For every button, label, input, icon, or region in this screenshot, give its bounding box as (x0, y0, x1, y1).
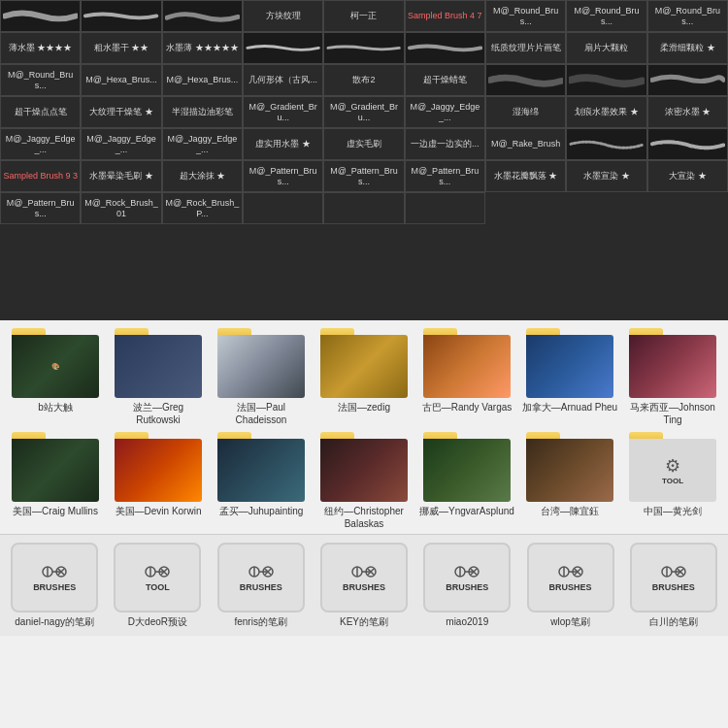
brush-label-chaoganzhao[interactable]: 超干燥蜡笔 (405, 64, 485, 96)
brush-label-xushi[interactable]: 虚实用水墨 ★ (243, 128, 323, 160)
folder-zedig[interactable]: 法国—zedig (313, 328, 415, 426)
brush-label-m-round3[interactable]: M@_Round_Brus... (647, 0, 728, 32)
folder-huangguangjian[interactable]: ⚙ TOOL 中国—黄光剑 (621, 432, 724, 530)
folder-juhu[interactable]: 孟买—Juhupainting (210, 432, 313, 530)
brush-label-m-gradient1[interactable]: M@_Gradient_Bru... (243, 96, 323, 128)
brush-label-chaogan[interactable]: 超干燥点点笔 (0, 96, 81, 128)
brush-label-m-pattern3[interactable]: M@_Pattern_Brus... (405, 160, 485, 192)
brush-label-m-round2[interactable]: M@_Round_Brus... (566, 0, 646, 32)
brush-label-sanbu[interactable]: 散布2 (323, 64, 404, 96)
brushes-item-miao[interactable]: BRUSHES miao2019 (416, 543, 517, 628)
brush-label-daXuan[interactable]: 大宣染 ★ (647, 160, 728, 192)
brush-label-m-jaggy4[interactable]: M@_Jaggy_Edge_... (162, 128, 243, 160)
folder-craig[interactable]: 美国—Craig Mullins (4, 432, 107, 530)
brush-label-m-jaggy2[interactable]: M@_Jaggy_Edge_... (0, 128, 81, 160)
brush-label-m-pattern4[interactable]: M@_Pattern_Brus... (0, 192, 81, 224)
brush-preview-r5c3[interactable] (647, 64, 728, 96)
brush-label-m-gradient2[interactable]: M@_Gradient_Bru... (323, 96, 404, 128)
brush-label-m-pattern2[interactable]: M@_Pattern_Brus... (323, 160, 404, 192)
brush-label-jihe[interactable]: 几何形体（古风... (243, 64, 323, 96)
brush-label-empty3 (405, 192, 485, 224)
brush-label-rake[interactable]: M@_Rake_Brush (485, 128, 566, 160)
folder-arnuad[interactable]: 加拿大—Arnuad Pheu (518, 328, 621, 426)
brush-label-m-hexa2[interactable]: M@_Hexa_Brus... (162, 64, 243, 96)
brush-label-kezheng[interactable]: 柯一正 (323, 0, 404, 32)
brush-label-m-jaggy1[interactable]: M@_Jaggy_Edge_... (405, 96, 485, 128)
folder-greg[interactable]: 波兰—Greg Rutkowski (107, 328, 210, 426)
folder-row-2: 美国—Craig Mullins 美国—Devin Korwin 孟买—Juhu… (0, 430, 728, 534)
brush-preview-r3c3[interactable] (405, 32, 485, 64)
brush-label-m-hexa1[interactable]: M@_Hexa_Brus... (81, 64, 161, 96)
brush-label-m-round4[interactable]: M@_Round_Brus... (0, 64, 81, 96)
brush-label-m-round1[interactable]: M@_Round_Brus... (485, 0, 566, 32)
brush-label-m-jaggy3[interactable]: M@_Jaggy_Edge_... (81, 128, 161, 160)
brushes-icon-miao: BRUSHES (423, 543, 511, 612)
brushes-item-d-tool[interactable]: TOOL D大deoR预设 (107, 543, 208, 628)
brush-label-soft[interactable]: 柔滑细颗粒 ★ (647, 32, 728, 64)
folder-row-1: 🎨 b站大触 波兰—Greg Rutkowski 法国—Paul Chadeis… (0, 320, 728, 430)
brushes-section: BRUSHES daniel-nagy的笔刷 TOOL D大deoR预设 BRU… (0, 534, 728, 636)
brush-label-m-rock1[interactable]: M@_Rock_Brush_01 (81, 192, 161, 224)
brush-preview-r1c2[interactable] (81, 0, 161, 32)
folder-section: 🎨 b站大触 波兰—Greg Rutkowski 法国—Paul Chadeis… (0, 320, 728, 534)
folder-devin[interactable]: 美国—Devin Korwin (107, 432, 210, 530)
brushes-icon-tool: TOOL (114, 543, 201, 612)
folder-yngvar[interactable]: 挪威—YngvarAsplund (415, 432, 518, 530)
brush-preview-r1c3[interactable] (162, 0, 243, 32)
brush-preview-r1c1[interactable] (0, 0, 81, 32)
brushes-icon-daniel: BRUSHES (11, 543, 98, 612)
brush-label-m-rock2[interactable]: M@_Rock_Brush_P... (162, 192, 243, 224)
brush-label-empty2 (323, 192, 404, 224)
brush-label-xuanran[interactable]: 水墨宣染 ★ (566, 160, 646, 192)
brush-label-yunran[interactable]: 水墨晕染毛刷 ★ (81, 160, 161, 192)
brush-label-xushimao[interactable]: 虚实毛刷 (323, 128, 404, 160)
brushes-item-baichuan[interactable]: BRUSHES 白川的笔刷 (623, 543, 724, 628)
brush-label-shi[interactable]: 湿海绵 (485, 96, 566, 128)
brush-preview-r3c2[interactable] (323, 32, 404, 64)
brush-label-paper[interactable]: 纸质纹理片片画笔 (485, 32, 566, 64)
brushes-item-daniel[interactable]: BRUSHES daniel-nagy的笔刷 (4, 543, 105, 628)
folder-christopher[interactable]: 纽约—Christopher Balaskas (313, 432, 415, 530)
brush-preview-r8c3[interactable] (647, 128, 728, 160)
brush-label-sampled93[interactable]: Sampled Brush 9 3 (0, 160, 81, 192)
brush-label-shui2[interactable]: 粗水墨干 ★★ (81, 32, 161, 64)
brush-label-dawenli[interactable]: 大纹理干燥笔 ★ (81, 96, 161, 128)
brushes-icon-key: BRUSHES (320, 543, 408, 612)
brushes-icon-fenris: BRUSHES (217, 543, 305, 612)
brushes-item-fenris[interactable]: BRUSHES fenris的笔刷 (211, 543, 312, 628)
brush-label-fangkuai[interactable]: 方块纹理 (243, 0, 323, 32)
brush-label-huahan[interactable]: 划痕水墨效果 ★ (566, 96, 646, 128)
brushes-item-key[interactable]: BRUSHES KEY的笔刷 (314, 543, 414, 628)
brush-label-fan[interactable]: 扇片大颗粒 (566, 32, 646, 64)
brush-label-chaoda[interactable]: 超大涂抹 ★ (162, 160, 243, 192)
brush-label-m-pattern1[interactable]: M@_Pattern_Brus... (243, 160, 323, 192)
brush-label-sampled47[interactable]: Sampled Brush 4 7 (405, 0, 485, 32)
brush-label-shui3[interactable]: 水墨薄 ★★★★★ (162, 32, 243, 64)
folder-bzdachu[interactable]: 🎨 b站大触 (4, 328, 107, 426)
folder-taiwan[interactable]: 台湾—陳宜鈺 (518, 432, 621, 530)
brush-grid: 方块纹理 柯一正 Sampled Brush 4 7 M@_Round_Brus… (0, 0, 728, 320)
brush-preview-r3c1[interactable] (243, 32, 323, 64)
brush-label-nong[interactable]: 浓密水墨 ★ (647, 96, 728, 128)
brush-label-empty1 (243, 192, 323, 224)
folder-paul[interactable]: 法国—Paul Chadeisson (210, 328, 313, 426)
brush-label-banyue[interactable]: 半湿描边油彩笔 (162, 96, 243, 128)
brush-label-yibian[interactable]: 一边虚一边实的... (405, 128, 485, 160)
brush-label-huaban[interactable]: 水墨花瓣飘落 ★ (485, 160, 566, 192)
brushes-icon-baichuan: BRUSHES (630, 543, 717, 612)
brush-preview-r5c1[interactable] (485, 64, 566, 96)
brush-preview-r8c2[interactable] (566, 128, 646, 160)
folder-randy[interactable]: 古巴—Randy Vargas (415, 328, 518, 426)
brush-label-shui1[interactable]: 薄水墨 ★★★★ (0, 32, 81, 64)
brush-preview-r5c2[interactable] (566, 64, 646, 96)
brushes-icon-wlop: BRUSHES (527, 543, 614, 612)
brushes-item-wlop[interactable]: BRUSHES wlop笔刷 (519, 543, 620, 628)
folder-johnson[interactable]: 马来西亚—Johnson Ting (621, 328, 724, 426)
